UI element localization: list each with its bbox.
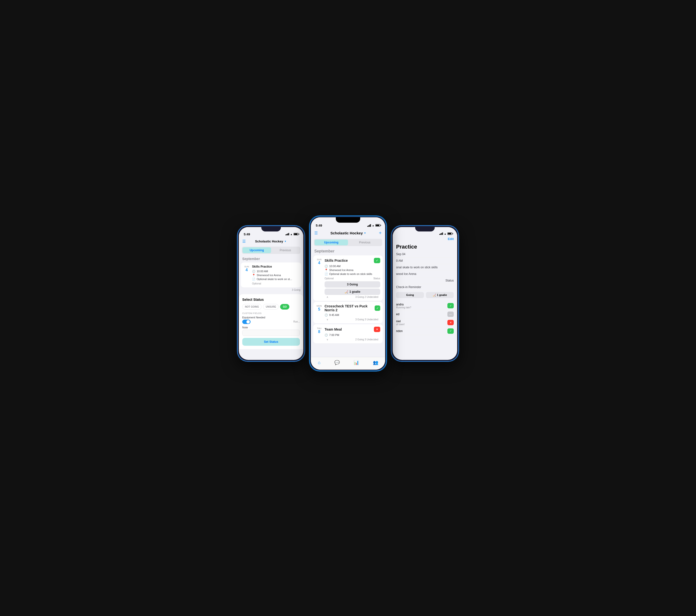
tab-previous-center[interactable]: Previous	[348, 239, 381, 246]
attendee-row-0: andra Running late? ✓	[393, 301, 457, 310]
set-status-button[interactable]: Set Status	[242, 338, 300, 346]
event-date-center-0: SUN 4	[316, 258, 322, 298]
status-cols-right: Going 🏒 1 goalie	[396, 292, 454, 298]
expand-row-center-2: ∨ 2 Going 3 Undecided	[325, 337, 380, 341]
event-date-center-2: THU 8	[316, 327, 322, 341]
wifi-icon-right: ▲	[444, 233, 446, 235]
equipment-field: Equipment Needed Run...	[242, 316, 300, 324]
event-body-left: Skills Practice 🕙 10:00 AM 📍 Sherwood Ic…	[252, 265, 299, 285]
clock-icon-center-0: 🕙	[325, 265, 328, 268]
nav-home[interactable]: ⌂	[318, 360, 320, 365]
menu-icon-center[interactable]: ☰	[314, 231, 318, 235]
event-time-center-1: 🕙 9:45 AM	[325, 314, 380, 317]
menu-icon-left[interactable]: ☰	[242, 239, 246, 244]
detail-checkin: Check-in Reminder	[393, 284, 457, 290]
doc-icon-center-0: 📄	[325, 272, 328, 275]
clock-icon-center-1: 🕙	[325, 314, 328, 317]
expand-icon-center-2[interactable]: ∨	[327, 338, 328, 341]
app-header-left: ☰ Scholastic Hockey ▼	[239, 237, 303, 246]
scene: 5:49 ▲ ☰ Schol	[232, 206, 464, 411]
team-name-left[interactable]: Scholastic Hockey ▼	[255, 239, 287, 243]
note-input[interactable]	[242, 330, 300, 336]
wifi-icon-left: ▲	[290, 233, 292, 236]
expand-icon-center-1[interactable]: ∨	[327, 318, 328, 321]
section-month-center: September	[311, 247, 385, 254]
phone-right: ▲ Edit Practice Sep 04 0 AM onal skate t…	[391, 225, 459, 362]
detail-status-label: Status	[393, 278, 457, 284]
event-date-center-1: MON 5	[316, 304, 322, 321]
nav-messages[interactable]: 💬	[334, 360, 340, 365]
going-option[interactable]: GO	[280, 304, 289, 310]
tabs-bar-left: Upcoming Previous	[242, 247, 300, 254]
event-time-center-0: 🕙 10:00 AM	[325, 265, 380, 268]
bottom-nav-center: ⌂ 💬 📊 👥	[311, 357, 385, 370]
event-card-center-2: THU 8 Team Meal ✕ 🕙 7:00 PM ∨ 2 Going 3 …	[313, 324, 383, 343]
goalie-button-center-0[interactable]: 🏒 1 goalie	[325, 288, 380, 295]
custom-fields-label: CUSTOM FIELDS	[242, 312, 300, 315]
time-left: 5:49	[244, 233, 250, 236]
status-icons-right: ▲	[439, 233, 452, 235]
time-center: 5:49	[316, 224, 322, 227]
event-body-center-2: Team Meal ✕ 🕙 7:00 PM ∨ 2 Going 3 Undeci…	[325, 327, 380, 341]
tab-upcoming-center[interactable]: Upcoming	[315, 239, 348, 246]
collapse-icon-center-0[interactable]: ∧	[327, 296, 328, 298]
going-count-left: 3 Going	[239, 288, 303, 292]
clock-icon-left: 🕙	[252, 270, 255, 273]
event-time-left: 🕙 10:00 AM	[252, 270, 299, 273]
event-card-center-0: SUN 4 Skills Practice ✓ 🕙 10:00 AM 📍 She…	[313, 255, 383, 301]
unsure-option[interactable]: UNSURE	[263, 304, 279, 310]
nav-stats[interactable]: 📊	[353, 360, 359, 365]
doc-icon-left: 📄	[252, 278, 255, 281]
note-label: Note	[242, 326, 300, 329]
location-icon-center-0: 📍	[325, 269, 328, 272]
attendee-note-0: Running late?	[396, 306, 411, 309]
attendee-name-3: ndon	[396, 329, 403, 333]
attendee-note-2: of town!	[396, 323, 405, 326]
toggle-switch[interactable]	[242, 320, 251, 324]
tab-upcoming-left[interactable]: Upcoming	[242, 247, 271, 253]
select-status-title: Select Status	[242, 298, 300, 301]
goalie-icon-center-0: 🏒	[345, 290, 348, 294]
practice-title: Practice	[393, 242, 457, 251]
attendee-name-1: ed	[396, 313, 399, 316]
event-card-center-1: MON 5 Crosscheck TEST vs Puck Norris 2 ✓…	[313, 302, 383, 323]
attendee-name-0: andra	[396, 303, 411, 306]
clock-icon-center-2: 🕙	[325, 333, 328, 337]
event-title-row-left: Skills Practice	[252, 265, 299, 268]
event-title-row-center-2: Team Meal ✕	[325, 327, 380, 332]
event-location-center-0: 📍 Sherwood Ice Arena	[325, 269, 380, 272]
attendee-badge-2: ✕	[447, 320, 454, 325]
status-badge-center-0: ✓	[374, 258, 380, 263]
status-icons-center: ▲	[367, 224, 380, 227]
chevron-icon-center: ▼	[364, 232, 366, 234]
phone-center: 5:49 ▲ ☰ Schol	[309, 215, 387, 372]
note-field-row: Note	[242, 326, 300, 336]
going-button-center-0[interactable]: 3 Going	[325, 281, 380, 288]
event-body-center-0: Skills Practice ✓ 🕙 10:00 AM 📍 Sherwood …	[325, 258, 380, 298]
goalie-icon-right: 🏒	[433, 294, 437, 296]
tabs-bar-center: Upcoming Previous	[314, 239, 382, 246]
tab-previous-left[interactable]: Previous	[271, 247, 300, 253]
status-badge-center-1: ✓	[375, 305, 380, 311]
attendee-badge-0: ✓	[447, 303, 454, 309]
detail-time: 0 AM	[393, 257, 457, 264]
status-badge-center-2: ✕	[374, 327, 380, 332]
add-event-button[interactable]: +	[379, 230, 382, 236]
location-icon-left: 📍	[252, 274, 255, 277]
not-going-option[interactable]: NOT GOING	[242, 304, 262, 310]
event-desc-left: 📄 Optional skate to work on st...	[252, 278, 299, 281]
team-name-center[interactable]: Scholastic Hockey ▼	[330, 231, 366, 235]
chevron-icon-left: ▼	[284, 240, 286, 243]
event-title-row-center-0: Skills Practice ✓	[325, 258, 380, 263]
edit-button[interactable]: Edit	[448, 237, 454, 241]
attendee-row-1: ed —	[393, 310, 457, 318]
expand-row-center-1: ∨ 3 Going 3 Undecided	[325, 317, 380, 321]
nav-team[interactable]: 👥	[373, 360, 378, 365]
battery-icon-left	[294, 233, 298, 235]
attendee-badge-1: —	[447, 312, 454, 317]
event-location-left: 📍 Sherwood Ice Arena	[252, 274, 299, 277]
detail-date: Sep 04	[393, 251, 457, 257]
event-tags-left: Optional	[252, 282, 299, 285]
section-month-left: September	[239, 255, 303, 262]
status-options: NOT GOING UNSURE GO	[242, 304, 300, 310]
